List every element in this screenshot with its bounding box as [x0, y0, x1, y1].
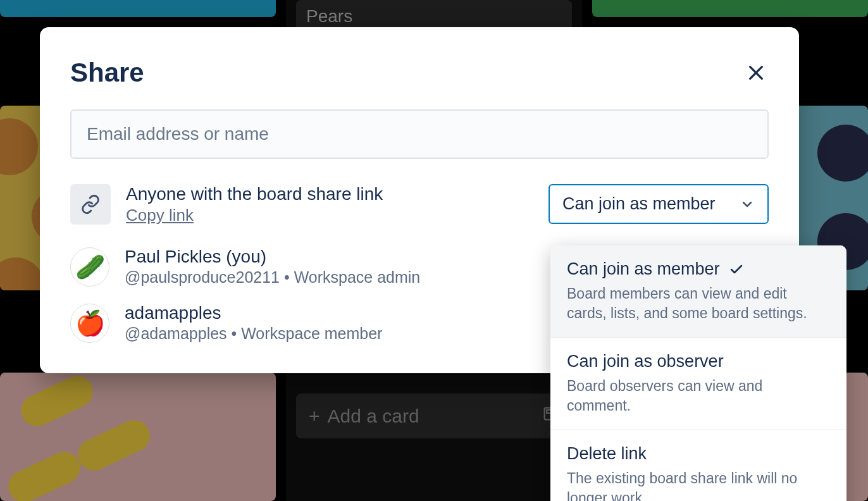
link-icon-box [70, 184, 111, 225]
chevron-down-icon [740, 197, 755, 212]
email-input[interactable] [70, 109, 769, 159]
avatar: 🍎 [70, 304, 109, 343]
close-icon [746, 63, 766, 83]
permission-dropdown[interactable]: Can join as member [549, 184, 769, 224]
menu-option-observer[interactable]: Can join as observer Board observers can… [550, 338, 846, 430]
member-name: Paul Pickles (you) [125, 247, 420, 267]
link-icon [80, 194, 101, 214]
permission-dropdown-menu: Can join as member Board members can vie… [550, 245, 846, 501]
menu-option-delete-link[interactable]: Delete link The existing board share lin… [550, 430, 846, 501]
menu-option-desc: The existing board share link will no lo… [567, 469, 830, 501]
permission-selected-label: Can join as member [562, 194, 716, 214]
menu-option-desc: Board members can view and edit cards, l… [567, 284, 830, 323]
close-button[interactable] [743, 60, 769, 85]
menu-option-title: Delete link [567, 444, 647, 464]
menu-option-title: Can join as observer [567, 352, 724, 371]
member-name: adamapples [125, 303, 382, 323]
modal-title: Share [70, 58, 144, 88]
check-icon [729, 262, 744, 277]
copy-link[interactable]: Copy link [126, 206, 194, 225]
share-link-heading: Anyone with the board share link [126, 184, 533, 204]
menu-option-title: Can join as member [567, 259, 720, 279]
member-meta: @paulsproduce20211 • Workspace admin [125, 268, 420, 287]
member-meta: @adamapples • Workspace member [125, 325, 382, 343]
menu-option-member[interactable]: Can join as member Board members can vie… [550, 245, 846, 337]
avatar: 🥒 [70, 247, 109, 287]
share-link-row: Anyone with the board share link Copy li… [70, 184, 769, 225]
menu-option-desc: Board observers can view and comment. [567, 376, 830, 416]
